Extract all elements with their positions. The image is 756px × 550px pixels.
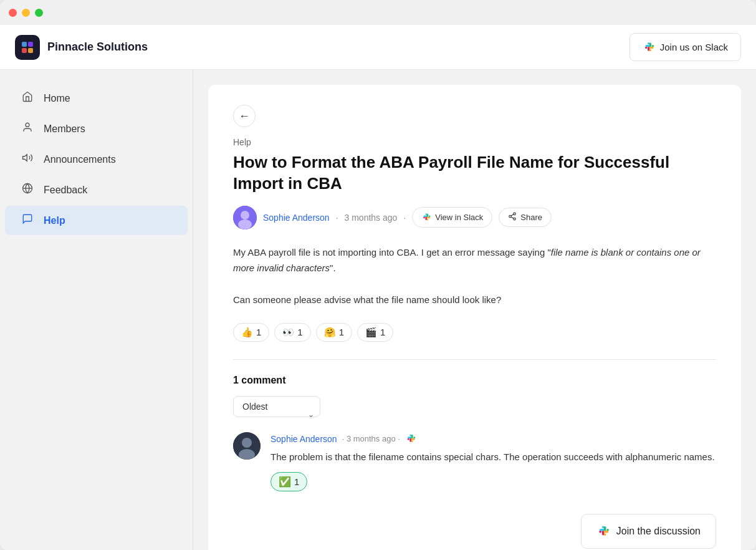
post-category: Help (233, 137, 716, 147)
sidebar-item-members[interactable]: Members (5, 114, 188, 143)
comment-content: Sophie Anderson · 3 months ago · (270, 432, 716, 491)
sidebar-help-label: Help (44, 215, 65, 226)
sidebar-members-label: Members (44, 123, 85, 135)
view-slack-icon (421, 211, 431, 223)
svg-point-12 (509, 215, 512, 218)
eyes-emoji: 👀 (282, 327, 294, 338)
comments-count: 1 comment (233, 375, 716, 386)
back-button[interactable]: ← (233, 105, 256, 127)
post-card: ← Help How to Format the ABA Payroll Fil… (208, 85, 741, 550)
app-logo: Pinnacle Solutions (15, 35, 148, 60)
author-name: Sophie Anderson (263, 213, 330, 223)
comment-slack-icon (405, 432, 416, 446)
minimize-button[interactable] (22, 9, 30, 17)
svg-line-15 (511, 215, 514, 216)
share-button[interactable]: Share (499, 208, 552, 227)
svg-point-17 (242, 438, 252, 448)
svg-point-9 (241, 211, 249, 220)
share-icon (508, 212, 517, 223)
join-discussion-slack-icon (596, 523, 610, 539)
close-button[interactable] (9, 9, 17, 17)
post-title: How to Format the ABA Payroll File Name … (233, 152, 716, 195)
hugging-count: 1 (339, 327, 344, 337)
join-discussion-label: Join the discussion (616, 526, 701, 537)
reaction-eyes[interactable]: 👀 1 (274, 323, 310, 342)
sort-wrapper[interactable]: Oldest Newest (233, 396, 320, 432)
view-slack-label: View in Slack (435, 213, 483, 222)
comment-avatar (233, 432, 261, 460)
meta-separator: · (336, 213, 338, 223)
reaction-clapper[interactable]: 🎬 1 (357, 323, 393, 342)
help-icon (20, 213, 35, 228)
sidebar-home-label: Home (44, 93, 70, 104)
sidebar-item-home[interactable]: Home (5, 84, 188, 113)
join-slack-button[interactable]: Join us on Slack (629, 33, 741, 61)
comment-item: Sophie Anderson · 3 months ago · (233, 432, 716, 491)
svg-point-11 (514, 213, 516, 215)
post-reactions: 👍 1 👀 1 🤗 1 🎬 1 (233, 323, 716, 342)
svg-line-14 (511, 217, 514, 218)
view-in-slack-button[interactable]: View in Slack (412, 207, 492, 228)
comment-author: Sophie Anderson (270, 434, 337, 444)
app-header: Pinnacle Solutions Join us on Slack (0, 25, 756, 70)
post-body: My ABA payroll file is not importing int… (233, 244, 716, 308)
sidebar-feedback-label: Feedback (44, 185, 87, 196)
hugging-emoji: 🤗 (324, 327, 336, 338)
sidebar: Home Members Announcements (0, 70, 193, 550)
section-divider (233, 359, 716, 360)
svg-point-4 (26, 123, 29, 127)
app-logo-icon (15, 35, 40, 60)
members-icon (20, 122, 35, 136)
join-discussion-wrapper: Join the discussion (233, 504, 716, 549)
svg-point-10 (238, 220, 252, 229)
join-discussion-button[interactable]: Join the discussion (581, 514, 716, 549)
clapper-count: 1 (380, 327, 385, 337)
comment-reaction-checkmark[interactable]: ✅ 1 (270, 472, 307, 491)
join-slack-label: Join us on Slack (660, 42, 728, 52)
sort-select[interactable]: Oldest Newest (233, 396, 320, 417)
post-meta: Sophie Anderson · 3 months ago · (233, 206, 716, 229)
announcements-icon (20, 152, 35, 166)
thumbsup-count: 1 (256, 327, 261, 337)
reaction-hugging[interactable]: 🤗 1 (316, 323, 352, 342)
comment-reactions: ✅ 1 (270, 472, 716, 491)
sidebar-announcements-label: Announcements (44, 154, 116, 165)
checkmark-emoji: ✅ (279, 476, 291, 488)
svg-rect-3 (28, 48, 33, 53)
main-layout: Home Members Announcements (0, 70, 756, 550)
svg-point-13 (514, 218, 516, 220)
share-label: Share (520, 213, 542, 222)
author-avatar (233, 206, 257, 229)
comment-time: · 3 months ago · (342, 434, 400, 443)
svg-rect-1 (28, 42, 33, 47)
home-icon (20, 91, 35, 105)
reaction-thumbsup[interactable]: 👍 1 (233, 323, 269, 342)
svg-rect-0 (22, 42, 27, 47)
slack-icon (643, 40, 655, 54)
comment-meta: Sophie Anderson · 3 months ago · (270, 432, 716, 446)
maximize-button[interactable] (35, 9, 43, 17)
comment-body: The problem is that the filename contain… (270, 450, 716, 465)
sidebar-item-feedback[interactable]: Feedback (5, 175, 188, 205)
svg-rect-2 (22, 48, 27, 53)
svg-marker-5 (23, 155, 27, 162)
sidebar-item-help[interactable]: Help (5, 206, 188, 235)
eyes-count: 1 (297, 327, 302, 337)
checkmark-count: 1 (294, 476, 299, 487)
clapper-emoji: 🎬 (365, 327, 377, 338)
thumbsup-emoji: 👍 (241, 327, 253, 338)
post-time: 3 months ago (345, 213, 398, 223)
content-area: ← Help How to Format the ABA Payroll Fil… (193, 70, 756, 550)
sidebar-item-announcements[interactable]: Announcements (5, 145, 188, 174)
app-name: Pinnacle Solutions (47, 41, 148, 54)
feedback-icon (20, 183, 35, 197)
title-bar (0, 0, 756, 25)
